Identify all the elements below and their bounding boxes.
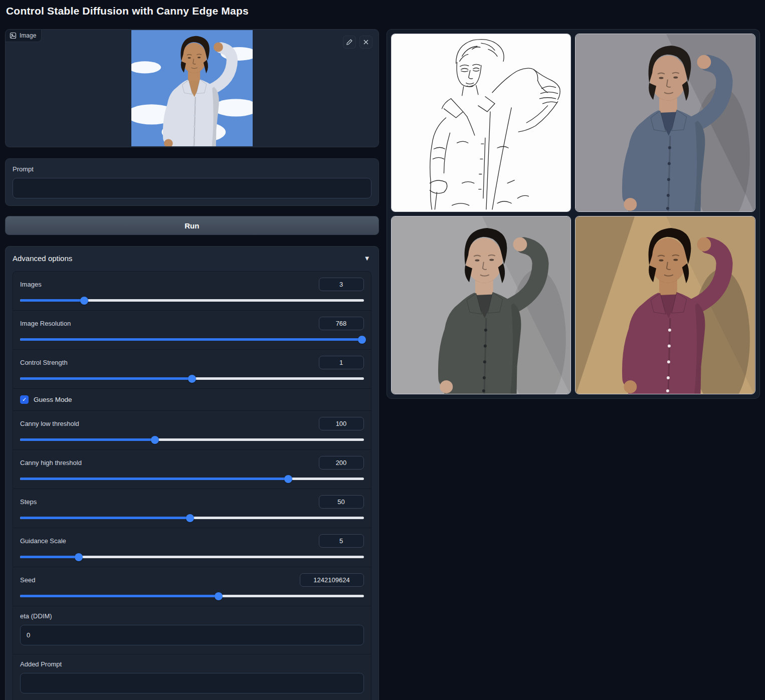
control-strength-number-input[interactable]	[319, 356, 364, 369]
advanced-options-accordion: Advanced options ▼ Images	[5, 246, 379, 700]
prompt-label: Prompt	[13, 165, 371, 173]
gallery-item-generated-3[interactable]	[575, 216, 755, 394]
pencil-icon	[346, 39, 353, 46]
guess-mode-checkbox[interactable]: ✓	[20, 395, 29, 404]
slider-row-steps: Steps	[13, 489, 371, 528]
clear-image-button[interactable]	[359, 36, 372, 49]
gallery-item-generated-1[interactable]	[575, 34, 755, 212]
chevron-down-icon: ▼	[364, 255, 370, 262]
slider-label: Steps	[20, 498, 37, 506]
added-prompt-input[interactable]	[20, 673, 364, 693]
guidance-scale-slider[interactable]	[20, 556, 364, 558]
slider-handle[interactable]	[188, 375, 196, 383]
slider-row-control-strength: Control Strength	[13, 350, 371, 389]
slider-handle[interactable]	[358, 336, 366, 344]
guess-mode-label: Guess Mode	[34, 396, 72, 403]
image-label-text: Image	[20, 32, 36, 39]
slider-handle[interactable]	[75, 553, 83, 561]
steps-number-input[interactable]	[319, 495, 364, 509]
generated-image-3-illustration	[576, 216, 755, 394]
images-slider[interactable]	[20, 299, 364, 302]
slider-label: Seed	[20, 576, 35, 584]
controls-column: Image	[5, 29, 379, 700]
uploaded-image[interactable]	[131, 30, 253, 146]
slider-label: Control Strength	[20, 359, 68, 366]
accordion-header[interactable]: Advanced options ▼	[6, 247, 378, 270]
prompt-block: Prompt	[5, 158, 379, 206]
slider-handle[interactable]	[186, 514, 194, 522]
seed-number-input[interactable]	[300, 573, 364, 587]
canny-high-slider[interactable]	[20, 478, 364, 480]
control-strength-slider[interactable]	[20, 377, 364, 380]
slider-row-canny-low: Canny low threshold	[13, 411, 371, 450]
generated-image-1-illustration	[576, 34, 755, 211]
added-prompt-label: Added Prompt	[20, 660, 364, 668]
image-icon	[10, 32, 17, 39]
steps-slider[interactable]	[20, 517, 364, 519]
slider-label: Canny low threshold	[20, 420, 79, 427]
gallery-item-generated-2[interactable]	[391, 216, 571, 394]
eta-label: eta (DDIM)	[20, 612, 364, 620]
guidance-scale-number-input[interactable]	[319, 534, 364, 548]
generated-image-2-illustration	[392, 216, 571, 394]
guess-mode-row: ✓ Guess Mode	[13, 389, 371, 411]
check-icon: ✓	[22, 397, 27, 402]
slider-handle[interactable]	[284, 475, 292, 483]
eta-row: eta (DDIM)	[13, 606, 371, 654]
slider-handle[interactable]	[215, 592, 223, 600]
image-resolution-slider[interactable]	[20, 338, 364, 341]
slider-row-images: Images	[13, 272, 371, 311]
slider-handle[interactable]	[151, 436, 159, 444]
eta-input[interactable]	[20, 625, 364, 645]
canny-low-slider[interactable]	[20, 438, 364, 441]
images-number-input[interactable]	[319, 278, 364, 291]
gallery-item-canny-edge-map[interactable]	[391, 34, 571, 212]
seed-slider[interactable]	[20, 595, 364, 597]
slider-row-guidance-scale: Guidance Scale	[13, 528, 371, 567]
page-title: Control Stable Diffusion with Canny Edge…	[6, 5, 760, 17]
edit-image-button[interactable]	[343, 36, 356, 49]
prompt-input[interactable]	[13, 178, 371, 198]
accordion-title: Advanced options	[13, 254, 72, 263]
app-root: Control Stable Diffusion with Canny Edge…	[0, 0, 765, 700]
results-column	[387, 29, 760, 399]
slider-handle[interactable]	[80, 297, 88, 305]
close-icon	[362, 39, 369, 46]
slider-row-seed: Seed	[13, 567, 371, 606]
slider-label: Image Resolution	[20, 320, 71, 327]
image-label: Image	[6, 30, 42, 42]
canny-high-number-input[interactable]	[319, 456, 364, 470]
slider-row-image-resolution: Image Resolution	[13, 311, 371, 350]
run-button[interactable]: Run	[5, 216, 379, 235]
canny-low-number-input[interactable]	[319, 417, 364, 430]
slider-label: Guidance Scale	[20, 537, 66, 545]
slider-label: Canny high threshold	[20, 459, 82, 466]
uploaded-image-illustration	[131, 30, 253, 146]
added-prompt-row: Added Prompt	[13, 654, 371, 700]
slider-label: Images	[20, 281, 42, 288]
input-image-block: Image	[5, 29, 379, 147]
slider-row-canny-high: Canny high threshold	[13, 450, 371, 489]
output-gallery	[387, 29, 760, 399]
advanced-form: Images Image Resolution	[13, 271, 371, 700]
canny-edge-map-illustration	[392, 34, 571, 211]
image-resolution-number-input[interactable]	[319, 317, 364, 330]
